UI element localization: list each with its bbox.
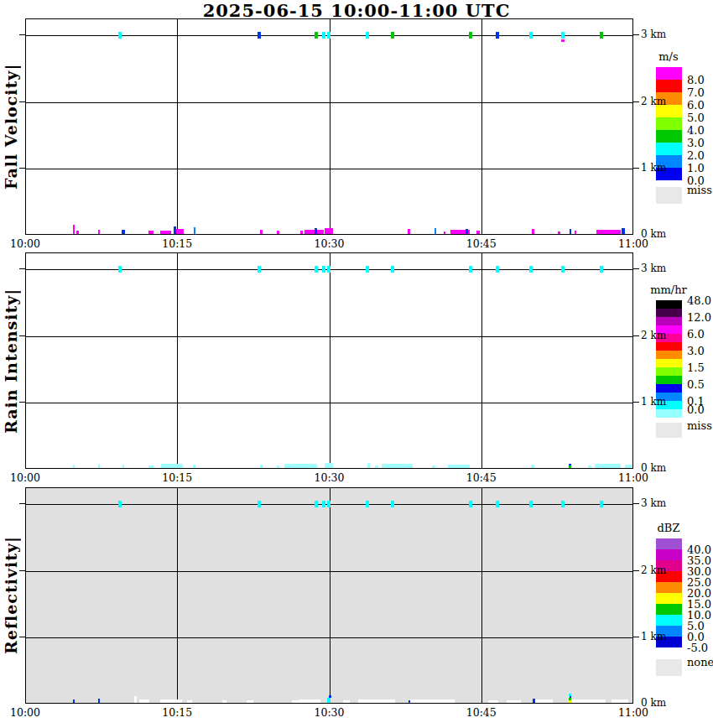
missing-label: none	[687, 656, 713, 668]
axis-tick	[19, 168, 25, 169]
data-mark	[569, 698, 571, 700]
data-mark	[327, 501, 330, 507]
data-mark	[164, 699, 182, 703]
time-tick-label: 10:00	[7, 237, 44, 250]
data-mark	[600, 266, 603, 273]
legend-band	[656, 300, 682, 309]
legend-band-label: 6.0	[687, 99, 705, 112]
legend-band-label: 2.0	[687, 149, 705, 162]
data-mark	[98, 230, 100, 234]
legend-band	[656, 549, 682, 560]
data-mark	[315, 266, 318, 273]
missing-label: miss	[687, 419, 712, 432]
time-gridline	[330, 253, 330, 468]
data-mark	[187, 700, 192, 703]
height-tick-label: 3 km	[641, 263, 666, 274]
data-mark	[469, 32, 472, 39]
time-tick-label: 10:45	[463, 237, 500, 250]
axis-tick	[19, 570, 25, 571]
legend-band	[656, 67, 682, 80]
data-mark	[222, 700, 226, 703]
data-mark	[315, 228, 316, 234]
data-mark	[448, 465, 469, 468]
time-tick-label: 10:30	[311, 471, 348, 484]
data-mark	[575, 231, 576, 234]
legend-band-label: 3.0	[687, 137, 705, 149]
axis-tick	[633, 101, 639, 102]
height-gridline	[26, 637, 632, 638]
data-mark	[300, 231, 304, 234]
data-mark	[247, 700, 252, 703]
data-mark	[327, 698, 330, 703]
data-mark	[561, 501, 565, 507]
data-mark	[299, 699, 320, 703]
time-tick-label: 10:00	[7, 706, 44, 719]
time-gridline	[330, 19, 330, 234]
legend-band	[656, 538, 682, 549]
time-gridline	[481, 19, 482, 234]
axis-tick	[19, 34, 25, 35]
data-mark	[561, 32, 565, 39]
legend-band-label: 1.0	[687, 162, 705, 174]
time-tick-label: 11:00	[615, 471, 652, 484]
legend-band	[656, 130, 682, 143]
plot-area-reflectivity	[25, 487, 633, 704]
data-mark	[569, 465, 571, 468]
data-mark	[366, 266, 369, 273]
data-mark	[304, 230, 324, 234]
data-mark	[532, 229, 534, 234]
legend-band	[656, 342, 682, 351]
data-mark	[329, 695, 330, 698]
height-gridline	[26, 403, 632, 403]
data-mark	[118, 266, 122, 273]
data-mark	[73, 699, 75, 703]
data-mark	[73, 465, 75, 468]
data-mark	[134, 696, 137, 703]
data-mark	[600, 501, 603, 507]
height-tick-label: 1 km	[641, 396, 666, 408]
legend-band-label: 12.0	[687, 311, 711, 324]
missing-swatch	[656, 187, 682, 204]
data-mark	[561, 266, 565, 273]
missing-swatch	[656, 423, 682, 438]
data-mark	[496, 501, 499, 507]
legend-band	[656, 143, 682, 155]
legend-band-label: 3.0	[687, 345, 705, 357]
data-mark	[496, 266, 499, 273]
data-mark	[98, 699, 100, 703]
data-mark	[122, 230, 124, 234]
legend-band	[656, 317, 682, 325]
height-gridline	[26, 169, 632, 169]
legend-title: dBZ	[643, 522, 694, 534]
data-mark	[322, 32, 325, 39]
time-tick-label: 10:15	[159, 706, 195, 719]
data-mark	[569, 694, 571, 696]
legend-band-label: 8.0	[687, 74, 705, 86]
height-tick-label: 3 km	[641, 497, 666, 509]
data-mark	[327, 266, 330, 273]
time-gridline	[330, 488, 330, 703]
data-mark	[535, 699, 553, 703]
data-mark	[529, 266, 533, 273]
axis-tick	[633, 570, 639, 571]
data-mark	[160, 231, 171, 234]
data-mark	[596, 230, 621, 234]
legend-band	[656, 409, 682, 418]
legend-band	[656, 80, 682, 92]
data-mark	[343, 700, 350, 703]
time-tick-label: 10:45	[463, 471, 500, 484]
missing-swatch	[656, 659, 682, 676]
data-mark	[118, 501, 122, 507]
data-mark	[531, 465, 534, 468]
axis-tick	[633, 402, 639, 403]
data-mark	[176, 229, 183, 234]
data-mark	[174, 226, 175, 234]
data-mark	[118, 32, 122, 39]
data-mark	[595, 464, 621, 468]
data-mark	[194, 227, 195, 234]
legend-band	[656, 367, 682, 376]
legend-band-label: 0.0	[687, 403, 705, 416]
data-mark	[367, 463, 371, 468]
legend-band-label: 6.0	[687, 328, 705, 341]
data-mark	[322, 266, 325, 273]
